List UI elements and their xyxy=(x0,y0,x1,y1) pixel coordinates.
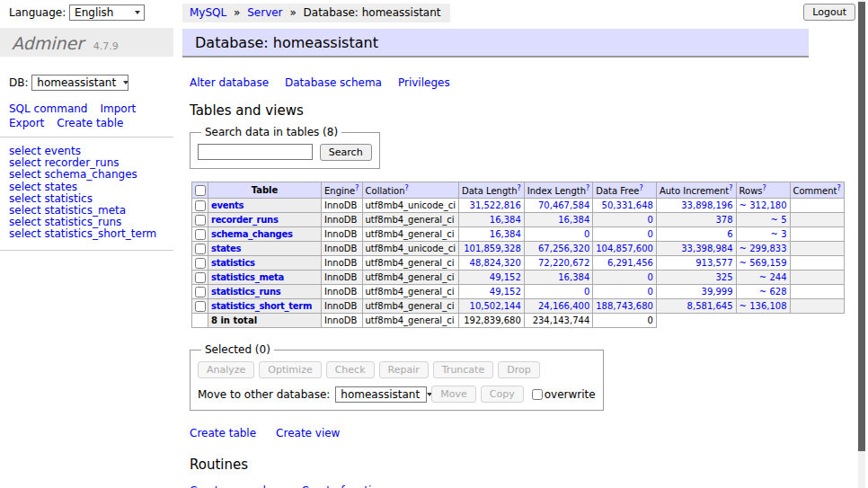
row-checkbox[interactable] xyxy=(195,229,206,240)
row-select-cell[interactable] xyxy=(192,285,208,299)
row-checkbox[interactable] xyxy=(195,200,206,211)
sidebar-action-link[interactable]: Export xyxy=(9,117,44,129)
search-input[interactable] xyxy=(198,144,313,160)
sidebar-action-link[interactable]: Create table xyxy=(57,117,123,129)
index-length-link[interactable]: 67,256,320 xyxy=(538,244,589,253)
db-select[interactable]: homeassistant xyxy=(31,75,128,91)
data-free-link[interactable]: 188,743,680 xyxy=(596,301,653,311)
row-checkbox[interactable] xyxy=(195,272,206,283)
index-length-link[interactable]: 24,166,400 xyxy=(538,301,589,311)
data-free-link[interactable]: 0 xyxy=(648,287,653,297)
auto-increment-link[interactable]: 39,999 xyxy=(702,287,733,297)
auto-increment-link[interactable]: 913,577 xyxy=(695,258,732,268)
breadcrumb-link-mysql[interactable]: MySQL xyxy=(190,6,226,19)
rows-count-link[interactable]: ~ 136,108 xyxy=(740,301,787,311)
data-free-link[interactable]: 50,331,648 xyxy=(602,200,653,210)
data-length-link[interactable]: 31,522,816 xyxy=(470,200,521,210)
row-select-cell[interactable] xyxy=(192,256,208,271)
table-name-link[interactable]: states xyxy=(211,244,241,253)
table-name-link[interactable]: schema_changes xyxy=(211,229,293,239)
data-length-link[interactable]: 49,152 xyxy=(490,272,521,282)
rows-count-link[interactable]: ~ 628 xyxy=(759,287,787,297)
help-link[interactable]: ? xyxy=(404,184,408,192)
routine-create-link[interactable]: Create function xyxy=(302,484,385,488)
data-length-link[interactable]: 49,152 xyxy=(490,287,521,297)
data-length-link[interactable]: 16,384 xyxy=(490,229,521,239)
sidebar-action-link[interactable]: Import xyxy=(100,102,136,115)
routine-create-link[interactable]: Create procedure xyxy=(190,484,284,488)
create-link[interactable]: Create table xyxy=(190,427,256,439)
row-select-cell[interactable] xyxy=(192,213,208,227)
rows-count-link[interactable]: ~ 569,159 xyxy=(740,258,787,268)
selected-action-button[interactable]: Truncate xyxy=(433,361,493,378)
data-free-link[interactable]: 0 xyxy=(648,215,653,225)
table-name-link[interactable]: events xyxy=(211,200,244,210)
table-name-link[interactable]: recorder_runs xyxy=(211,215,279,225)
selected-action-button[interactable]: Drop xyxy=(498,361,539,378)
data-length-link[interactable]: 101,859,328 xyxy=(464,244,521,253)
vertical-scrollbar[interactable] xyxy=(858,0,865,488)
database-action-link[interactable]: Database schema xyxy=(285,76,382,89)
rows-count-link[interactable]: ~ 312,180 xyxy=(740,200,787,210)
row-select-cell[interactable] xyxy=(192,199,208,213)
rows-count-link[interactable]: ~ 5 xyxy=(771,215,787,225)
rows-count-link[interactable]: ~ 3 xyxy=(771,229,787,239)
help-link[interactable]: ? xyxy=(763,184,766,192)
table-name-link[interactable]: statistics_meta xyxy=(211,272,284,282)
auto-increment-link[interactable]: 8,581,645 xyxy=(687,301,733,311)
help-link[interactable]: ? xyxy=(729,184,732,192)
rows-count-link[interactable]: ~ 244 xyxy=(759,272,787,282)
index-length-link[interactable]: 0 xyxy=(584,229,589,239)
help-link[interactable]: ? xyxy=(837,184,841,192)
select-all-cell[interactable] xyxy=(192,182,208,199)
overwrite-option[interactable]: overwrite xyxy=(532,388,596,401)
overwrite-checkbox[interactable] xyxy=(532,389,543,400)
row-select-cell[interactable] xyxy=(192,242,208,256)
database-action-link[interactable]: Privileges xyxy=(398,76,450,89)
table-name-link[interactable]: statistics_short_term xyxy=(211,301,312,311)
row-checkbox[interactable] xyxy=(195,287,206,297)
row-select-cell[interactable] xyxy=(192,227,208,242)
language-select[interactable]: English xyxy=(69,4,145,21)
auto-increment-link[interactable]: 325 xyxy=(715,272,732,282)
auto-increment-link[interactable]: 6 xyxy=(727,229,732,239)
data-free-link[interactable]: 6,291,456 xyxy=(607,258,653,268)
help-link[interactable]: ? xyxy=(640,184,643,192)
data-length-link[interactable]: 48,824,320 xyxy=(470,258,521,268)
sidebar-action-link[interactable]: SQL command xyxy=(9,102,87,115)
selected-action-button[interactable]: Check xyxy=(326,361,375,378)
rows-count-link[interactable]: ~ 299,833 xyxy=(740,244,787,253)
move-db-select[interactable]: homeassistant xyxy=(335,386,427,403)
selected-action-button[interactable]: Analyze xyxy=(198,361,254,378)
search-button[interactable]: Search xyxy=(320,144,372,161)
move-copy-button[interactable]: Copy xyxy=(481,386,524,403)
scrollbar-thumb[interactable] xyxy=(858,2,865,451)
auto-increment-link[interactable]: 378 xyxy=(715,215,732,225)
data-free-link[interactable]: 0 xyxy=(648,229,653,239)
data-free-link[interactable]: 104,857,600 xyxy=(596,244,653,253)
index-length-link[interactable]: 16,384 xyxy=(558,272,589,282)
index-length-link[interactable]: 72,220,672 xyxy=(538,258,589,268)
sidebar-select-link[interactable]: select schema_changes xyxy=(9,169,173,181)
row-checkbox[interactable] xyxy=(195,215,206,226)
selected-action-button[interactable]: Optimize xyxy=(259,361,321,378)
auto-increment-link[interactable]: 33,398,984 xyxy=(681,244,732,253)
sidebar-select-link[interactable]: select statistics_short_term xyxy=(9,228,173,240)
help-link[interactable]: ? xyxy=(586,184,589,192)
data-length-link[interactable]: 10,502,144 xyxy=(470,301,521,311)
table-name-link[interactable]: statistics_runs xyxy=(211,287,280,297)
table-name-link[interactable]: statistics xyxy=(211,258,255,268)
help-link[interactable]: ? xyxy=(518,184,521,192)
data-free-link[interactable]: 0 xyxy=(648,272,653,282)
index-length-link[interactable]: 70,467,584 xyxy=(538,200,589,210)
auto-increment-link[interactable]: 33,898,196 xyxy=(681,200,732,210)
create-link[interactable]: Create view xyxy=(276,427,340,439)
row-select-cell[interactable] xyxy=(192,299,208,314)
row-checkbox[interactable] xyxy=(195,244,206,254)
row-select-cell[interactable] xyxy=(192,271,208,285)
breadcrumb-link-server[interactable]: Server xyxy=(247,6,282,19)
database-action-link[interactable]: Alter database xyxy=(190,76,269,89)
select-all-checkbox[interactable] xyxy=(195,185,206,196)
selected-action-button[interactable]: Repair xyxy=(379,361,429,378)
row-checkbox[interactable] xyxy=(195,258,206,269)
